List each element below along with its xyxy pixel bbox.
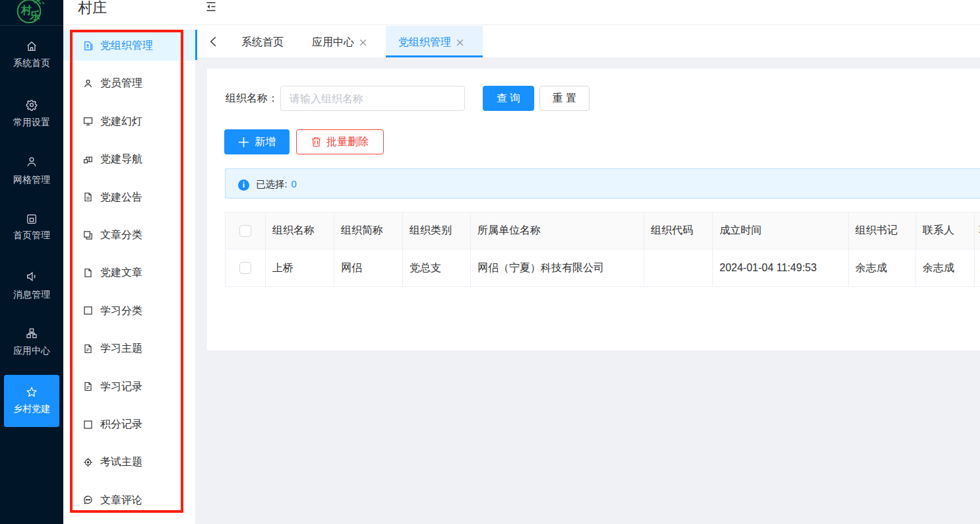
svg-text:乐: 乐 xyxy=(29,10,40,21)
